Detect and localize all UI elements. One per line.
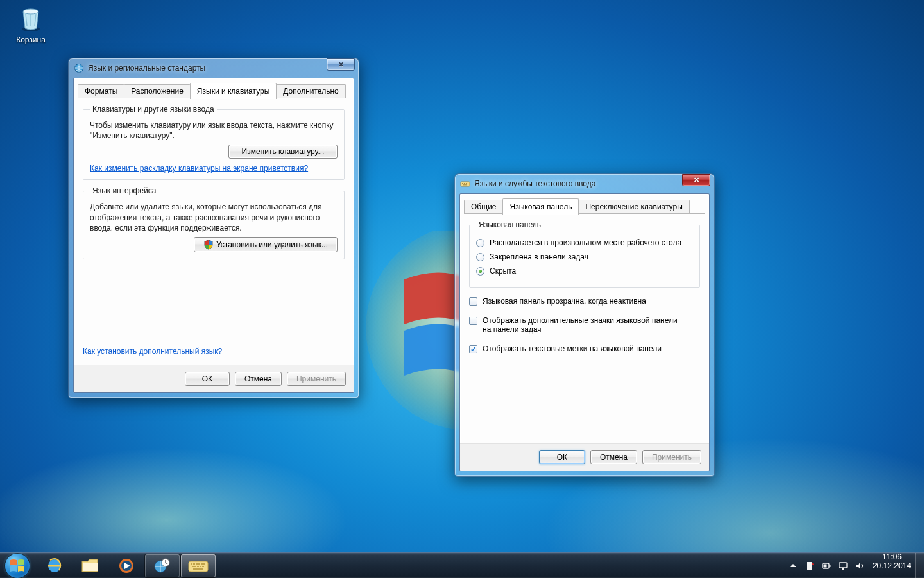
- svg-rect-26: [202, 566, 204, 567]
- power-icon[interactable]: [821, 561, 832, 571]
- close-icon: ✕: [338, 60, 344, 69]
- internet-explorer-icon: [45, 556, 64, 575]
- recycle-bin-icon: [17, 5, 44, 32]
- group-language-bar-legend: Языковая панель: [476, 220, 543, 229]
- taskbar-ie-button[interactable]: [37, 554, 72, 577]
- dialog-text-services-titlebar[interactable]: Языки и службы текстового ввода ✕: [455, 174, 714, 193]
- tab-advanced[interactable]: Дополнительно: [276, 84, 345, 98]
- close-icon: ✕: [694, 176, 699, 184]
- dialog-region-language-titlebar[interactable]: Язык и региональные стандарты ✕: [69, 58, 359, 78]
- globe-icon: [74, 63, 84, 73]
- system-tray: [784, 553, 869, 578]
- tab-general[interactable]: Общие: [464, 200, 503, 214]
- keyboard-icon: [187, 557, 209, 574]
- svg-rect-23: [194, 566, 196, 567]
- svg-rect-25: [200, 566, 201, 567]
- close-button[interactable]: ✕: [682, 174, 710, 186]
- radio-float-desktop-label: Располагается в произвольном месте рабоч…: [490, 238, 681, 247]
- change-keyboard-button[interactable]: Изменить клавиатуру...: [228, 144, 338, 159]
- desktop-icon-recycle-bin[interactable]: Корзина: [9, 5, 53, 44]
- svg-rect-5: [462, 183, 463, 184]
- svg-rect-31: [823, 564, 826, 567]
- svg-rect-27: [193, 568, 203, 570]
- svg-rect-28: [807, 562, 812, 570]
- taskbar-clock[interactable]: 11:06 20.12.2014: [869, 553, 915, 578]
- start-button[interactable]: [0, 553, 35, 578]
- globe-clock-icon: [153, 556, 172, 575]
- clock-time: 11:06: [873, 553, 911, 562]
- apply-button[interactable]: Применить: [287, 372, 346, 386]
- link-welcome-screen-layout[interactable]: Как изменить раскладку клавиатуры на экр…: [90, 164, 308, 173]
- checkbox-icon: [469, 345, 477, 353]
- svg-rect-32: [839, 563, 847, 568]
- dialog-region-language: Язык и региональные стандарты ✕ Форматы …: [68, 58, 359, 398]
- file-explorer-icon: [81, 557, 100, 575]
- install-uninstall-language-button[interactable]: Установить или удалить язык...: [194, 237, 338, 252]
- svg-point-2: [23, 9, 38, 14]
- group-keyboards-input-legend: Клавиатуры и другие языки ввода: [90, 105, 217, 114]
- cancel-button[interactable]: Отмена: [590, 450, 637, 464]
- svg-rect-4: [461, 182, 470, 186]
- network-icon[interactable]: [838, 561, 848, 571]
- link-how-to-install-language[interactable]: Как установить дополнительный язык?: [83, 347, 222, 356]
- group-keyboards-input: Клавиатуры и другие языки ввода Чтобы из…: [83, 105, 345, 180]
- svg-rect-6: [464, 183, 465, 184]
- apply-button[interactable]: Применить: [642, 450, 701, 464]
- taskbar: 11:06 20.12.2014: [0, 552, 924, 578]
- radio-icon: [476, 239, 484, 247]
- windows-orb-icon: [5, 554, 30, 578]
- tab-language-bar[interactable]: Языковая панель: [502, 198, 579, 215]
- ok-button[interactable]: ОК: [185, 372, 230, 386]
- tab-keyboard-switching[interactable]: Переключение клавиатуры: [578, 200, 689, 214]
- taskbar-text-services-button[interactable]: [181, 554, 216, 577]
- taskbar-region-language-button[interactable]: [145, 554, 180, 577]
- radio-docked-taskbar-label: Закреплена в панели задач: [490, 252, 588, 261]
- checkbox-extra-taskbar-icons[interactable]: Отображать дополнительные значки языково…: [469, 316, 700, 334]
- svg-rect-22: [192, 566, 194, 567]
- tab-location[interactable]: Расположение: [124, 84, 191, 98]
- tab-keyboards[interactable]: Языки и клавиатуры: [190, 83, 277, 99]
- svg-rect-17: [193, 563, 195, 565]
- cancel-button[interactable]: Отмена: [235, 372, 282, 386]
- group-keyboards-input-text: Чтобы изменить клавиатуру или язык ввода…: [90, 120, 338, 141]
- checkbox-transparent-label: Языковая панель прозрачна, когда неактив…: [483, 297, 646, 306]
- ok-button[interactable]: ОК: [539, 450, 585, 464]
- tray-show-hidden-icon[interactable]: [788, 561, 798, 571]
- dialog2-button-bar: ОК Отмена Применить: [460, 443, 709, 471]
- svg-rect-16: [191, 563, 193, 565]
- dialog-text-services-title: Языки и службы текстового ввода: [474, 179, 682, 188]
- media-player-icon: [117, 556, 136, 575]
- close-button[interactable]: ✕: [327, 58, 355, 71]
- checkbox-text-labels[interactable]: Отображать текстовые метки на языковой п…: [469, 344, 700, 353]
- svg-rect-20: [201, 563, 203, 565]
- volume-icon[interactable]: [855, 561, 865, 571]
- action-center-icon[interactable]: [805, 561, 815, 571]
- clock-date: 20.12.2014: [873, 562, 911, 571]
- dialog-region-language-title: Язык и региональные стандарты: [88, 64, 327, 73]
- svg-rect-18: [196, 563, 198, 565]
- radio-docked-taskbar[interactable]: Закреплена в панели задач: [476, 252, 693, 261]
- svg-rect-10: [83, 563, 98, 571]
- svg-rect-8: [463, 184, 467, 185]
- radio-hidden-label: Скрыта: [490, 267, 516, 276]
- dialog2-tabstrip: Общие Языковая панель Переключение клави…: [460, 194, 709, 214]
- svg-rect-21: [203, 563, 205, 565]
- checkbox-extra-icons-label: Отображать дополнительные значки языково…: [483, 316, 688, 334]
- checkbox-transparent-when-inactive[interactable]: Языковая панель прозрачна, когда неактив…: [469, 297, 700, 306]
- checkbox-text-labels-label: Отображать текстовые метки на языковой п…: [483, 344, 662, 353]
- svg-rect-24: [197, 566, 199, 567]
- radio-hidden[interactable]: Скрыта: [476, 267, 693, 276]
- group-language-bar: Языковая панель Располагается в произвол…: [469, 220, 700, 288]
- radio-icon: [476, 267, 484, 276]
- group-display-language-text: Добавьте или удалите языки, которые могу…: [90, 202, 338, 233]
- tab-formats[interactable]: Форматы: [78, 84, 124, 98]
- uac-shield-icon: [203, 240, 214, 250]
- checkbox-icon: [469, 297, 477, 306]
- desktop-icon-label: Корзина: [9, 35, 53, 44]
- taskbar-explorer-button[interactable]: [73, 554, 108, 577]
- checkbox-icon: [469, 317, 477, 325]
- svg-rect-33: [842, 568, 844, 570]
- radio-float-desktop[interactable]: Располагается в произвольном месте рабоч…: [476, 238, 693, 247]
- show-desktop-button[interactable]: [915, 553, 924, 578]
- taskbar-media-player-button[interactable]: [109, 554, 144, 577]
